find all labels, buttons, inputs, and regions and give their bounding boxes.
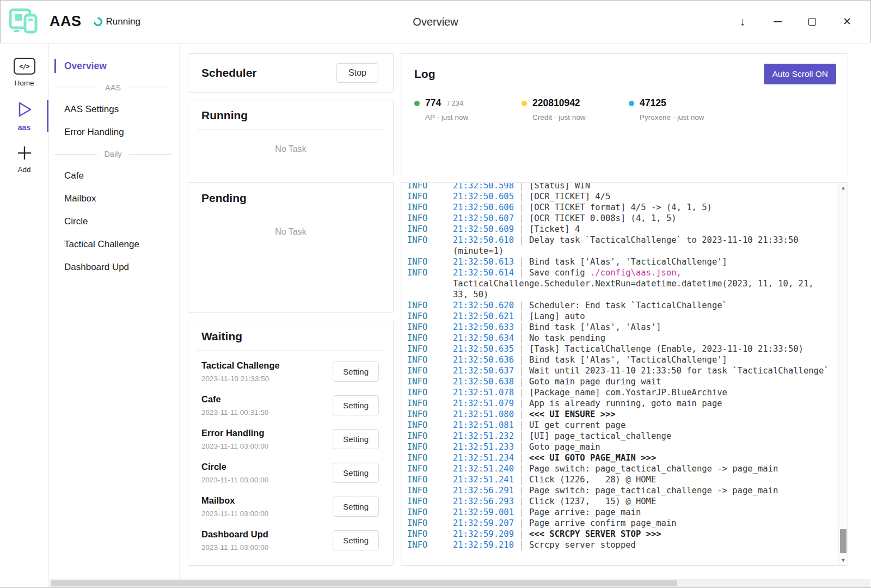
minimize-icon [774,21,782,22]
sidebar: Overview AAS AAS Settings Error Handling… [49,44,180,587]
waiting-task-time: 2023-11-11 03:00:00 [201,543,268,552]
log-line: INFO21:32:51.232 | [UI] page_tactical_ch… [407,431,832,442]
log-line: INFO21:32:50.620 | Scheduler: End task `… [407,300,832,311]
log-line: INFO21:32:51.233 | Goto page_main [407,442,832,452]
waiting-task-name: Circle [201,462,268,472]
log-line: INFO21:32:50.606 | [OCR_TICKET format] 4… [407,202,832,213]
log-line: INFO21:32:56.293 | Click (1237, 15) @ HO… [407,496,832,507]
auto-scroll-button[interactable]: Auto Scroll ON [764,64,836,84]
log-line: INFO21:32:50.609 | [Ticket] 4 [407,224,832,235]
sidebar-item-circle[interactable]: Circle [49,210,179,233]
log-line: INFO21:32:59.209 | <<< SCRCPY SERVER STO… [407,529,832,540]
stat-pyroxene-top: 47125 [629,97,736,109]
log-scrollbar[interactable]: ▲ ▼ [838,183,848,565]
page-title: Overview [413,15,458,28]
log-card-head: Log Auto Scroll ON [414,64,836,84]
stat-dot-green [414,101,420,106]
log-line: INFO21:32:50.613 | Bind task ['Alas', 'T… [407,256,832,267]
rail-item-home[interactable]: </> Home [0,51,48,94]
waiting-task-setting-button[interactable]: Setting [333,497,379,517]
waiting-task-time: 2023-11-11 03:00:00 [201,510,268,518]
home-icon-glyph: </> [19,63,29,70]
horizontal-scrollbar[interactable] [50,579,870,587]
log-line: INFO21:32:50.621 | [Lang] auto [407,311,832,322]
log-line: INFO21:32:56.291 | Page switch: page_tac… [407,485,832,496]
sidebar-item-aas-settings[interactable]: AAS Settings [49,98,179,121]
sidebar-item-overview[interactable]: Overview [49,54,179,77]
rail-label-aas: aas [18,123,30,132]
log-line: INFO21:32:51.234 | <<< UI GOTO PAGE_MAIN… [407,452,832,463]
waiting-task-setting-button[interactable]: Setting [333,530,379,550]
sidebar-item-cafe[interactable]: Cafe [49,164,179,187]
nav-rail: </> Home aas Add [0,44,49,587]
log-line: INFO21:32:50.598 | [Status] WIN [407,182,832,191]
stat-ap-value: 774 [425,97,441,109]
stat-credit-label: Credit - just now [522,113,629,121]
stat-pyroxene-label: Pyroxene - just now [629,113,736,121]
sidebar-item-dashboard-upd[interactable]: Dashboard Upd [49,256,179,279]
run-status-label: Running [106,16,140,27]
waiting-task-info: Tactical Challenge 2023-11-10 21:33:50 [201,360,280,383]
waiting-task-time: 2023-11-10 21:33:50 [201,375,280,383]
stat-pyroxene: 47125 Pyroxene - just now [629,97,736,121]
log-line: INFO21:32:50.633 | Bind task ['Alas', 'A… [407,322,832,333]
log-line: INFO21:32:50.638 | Goto main page during… [407,376,832,387]
maximize-button[interactable] [805,14,820,29]
pending-empty-text: No Task [188,212,393,237]
stat-credit: 220810942 Credit - just now [522,97,629,121]
run-status: Running [94,16,140,27]
log-scrollbar-thumb[interactable] [840,529,847,553]
waiting-title: Waiting [197,321,384,351]
stat-ap: 774 / 234 AP - just now [414,97,522,121]
plus-icon [16,145,33,161]
running-card: Running No Task [188,100,394,175]
log-line: INFO21:32:50.636 | Bind task ['Alas', 'T… [407,354,832,365]
waiting-task-name: Tactical Challenge [201,360,280,371]
sidebar-item-tactical-challenge[interactable]: Tactical Challenge [49,233,179,256]
rail-item-add[interactable]: Add [0,138,48,180]
scroll-down-icon[interactable]: ▼ [839,558,848,563]
app-name: AAS [50,13,82,30]
running-title: Running [197,100,384,130]
waiting-task-info: Circle 2023-11-11 03:00:00 [201,462,268,484]
stat-ap-suffix: / 234 [447,99,463,107]
maximize-icon [808,18,816,26]
log-line: INFO21:32:59.207 | Page arrive confirm p… [407,518,832,529]
sidebar-item-error-handling[interactable]: Error Handling [49,121,179,144]
stat-credit-top: 220810942 [522,97,629,109]
rail-label-home: Home [14,79,34,87]
waiting-task-list: Tactical Challenge 2023-11-10 21:33:50 S… [188,351,393,558]
waiting-task-row: Tactical Challenge 2023-11-10 21:33:50 S… [201,355,379,389]
minimize-button[interactable] [770,14,785,29]
waiting-task-info: Error Handling 2023-11-11 03:00:00 [201,428,268,450]
log-line: INFO21:32:51.240 | Page switch: page_tac… [407,463,832,474]
scheduler-card: Scheduler Stop [188,53,394,93]
waiting-task-name: Cafe [201,394,268,405]
waiting-task-setting-button[interactable]: Setting [333,429,379,449]
sidebar-section-daily-label: Daily [104,150,121,158]
running-empty-text: No Task [188,130,393,154]
horizontal-scrollbar-thumb[interactable] [51,580,677,586]
waiting-task-setting-button[interactable]: Setting [333,463,379,483]
log-line: INFO21:32:59.001 | Page arrive: page_mai… [407,507,832,518]
update-arrow-icon[interactable]: ↓ [735,14,750,29]
rail-item-aas[interactable]: aas [0,94,48,138]
waiting-task-setting-button[interactable]: Setting [333,362,379,382]
dashboard-stats: 774 / 234 AP - just now 220810942 Credit… [414,97,836,121]
log-line: INFO21:32:51.079 | App is already runnin… [407,398,832,409]
scroll-up-icon[interactable]: ▲ [839,185,848,191]
running-spinner-icon [91,15,104,28]
scheduler-stop-button[interactable]: Stop [336,63,378,83]
waiting-task-name: Mailbox [201,495,268,506]
waiting-task-time: 2023-11-11 00:31:50 [201,408,268,416]
sidebar-item-mailbox[interactable]: Mailbox [49,187,179,210]
log-line: INFO21:32:59.210 | Scrcpy server stopped [407,540,832,550]
pending-title: Pending [197,183,384,212]
waiting-task-row: Circle 2023-11-11 03:00:00 Setting [201,456,379,490]
sidebar-section-aas-label: AAS [105,83,121,92]
home-icon: </> [14,58,35,75]
close-button[interactable]: ✕ [839,14,855,29]
waiting-task-setting-button[interactable]: Setting [333,395,379,415]
log-lines: INFO21:32:50.598 | [Status] WININFO21:32… [407,182,832,550]
app-logo-icon [7,5,41,39]
